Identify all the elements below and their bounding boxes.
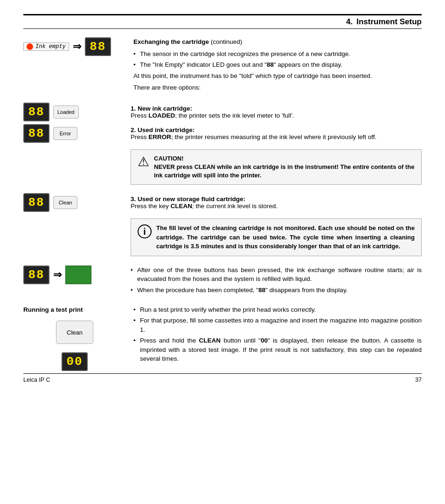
caution-body: NEVER press CLEAN while an ink cartridge… (154, 163, 415, 180)
main-content: Ink empty ⇒ 88 Exchanging the cartridge … (23, 37, 422, 374)
bullet-item-2: The "Ink Empty" indicator LED goes out a… (133, 60, 422, 70)
test-00-wrap: 00 (23, 352, 126, 371)
option3-img: 88 Clean (23, 193, 126, 212)
option1-img: 88 Loaded (23, 103, 126, 121)
caution-text-block: CAUTION! NEVER press CLEAN while an ink … (154, 154, 415, 180)
after-options-row: 88 ⇒ After one of the three buttons has … (23, 266, 422, 297)
test-clean-btn-wrap: Clean (23, 321, 126, 344)
option1-row: 88 Loaded 1. New ink cartridge: Press LO… (23, 103, 422, 121)
error-button[interactable]: Error (53, 127, 77, 140)
option2-img: 88 Error (23, 124, 126, 143)
arrow-icon: ⇒ (73, 41, 81, 53)
section-title-continued: (continued) (211, 38, 243, 45)
00-bold: 00 (261, 337, 268, 344)
intro-para-1: At this point, the instrument has to be … (133, 71, 422, 81)
page-header: 4. Instrument Setup (23, 14, 422, 29)
header-title: Instrument Setup (356, 17, 422, 27)
info-wrapper: i The fill level of the cleaning cartrid… (131, 215, 422, 260)
after-arrow: ⇒ (53, 269, 62, 281)
clean-button-option3[interactable]: Clean (53, 196, 77, 209)
clean-bold: CLEAN (199, 337, 221, 344)
after-bullet-list: After one of the three buttons has been … (131, 266, 422, 295)
option3-seg: 88 (23, 193, 49, 212)
section-title-line: Exchanging the cartridge (continued) (133, 37, 422, 47)
page: 4. Instrument Setup Ink empty ⇒ 88 (0, 0, 445, 392)
test-bullet-3: Press and hold the CLEAN button until "0… (133, 336, 422, 364)
bullet-item-1: The sensor in the cartridge slot recogni… (133, 49, 422, 59)
test-bullet-list: Run a test print to verify whether the p… (133, 305, 422, 364)
test-right-col: Run a test print to verify whether the p… (133, 305, 422, 371)
after-seg-88: 88 (23, 266, 49, 284)
option3-text: 3. Used or new storage fluid cartridge: … (131, 196, 422, 210)
bold-88-2: 88 (258, 287, 265, 294)
green-block (65, 266, 91, 284)
caution-title: CAUTION! (154, 154, 415, 163)
option1-seg: 88 (23, 103, 49, 121)
section-title-bold: Exchanging the cartridge (133, 38, 209, 45)
info-icon: i (138, 224, 152, 238)
seg-display-88: 88 (85, 37, 111, 56)
option1-text: 1. New ink cartridge: Press LOADED; the … (131, 105, 422, 119)
loaded-button[interactable]: Loaded (53, 105, 79, 119)
after-options-img: 88 ⇒ (23, 266, 126, 284)
info-text-block: The fill level of the cleaning cartridge… (156, 224, 415, 251)
footer-right: 37 (415, 377, 422, 383)
clean-button-test[interactable]: Clean (56, 321, 93, 344)
ink-empty-text: Ink empty (35, 43, 66, 50)
after-bullet-1: After one of the three buttons has been … (131, 266, 422, 284)
info-box: i The fill level of the cleaning cartrid… (131, 218, 422, 256)
option3-row: 88 Clean 3. Used or new storage fluid ca… (23, 193, 422, 212)
intro-bullets: Exchanging the cartridge (continued) The… (133, 37, 422, 95)
seg-display-00: 00 (62, 352, 88, 371)
intro-bullet-list: The sensor in the cartridge slot recogni… (133, 49, 422, 70)
test-section-title: Running a test print (23, 305, 126, 315)
test-bullet-2: For that purpose, fill some cassettes in… (133, 316, 422, 334)
section-number: 4. (346, 17, 353, 27)
option2-text: 2. Used ink cartridge: Press ERROR; the … (131, 126, 422, 140)
page-footer: Leica IP C 37 (23, 373, 422, 383)
footer-left: Leica IP C (23, 377, 50, 383)
bold-88: 88 (267, 61, 274, 68)
caution-box: ⚠ CAUTION! NEVER press CLEAN while an in… (131, 149, 422, 185)
test-left-col: Running a test print Clean 00 (23, 305, 126, 371)
caution-wrapper: ⚠ CAUTION! NEVER press CLEAN while an in… (131, 146, 422, 189)
caution-icon: ⚠ (138, 155, 149, 168)
option2-row: 88 Error 2. Used ink cartridge: Press ER… (23, 124, 422, 143)
exchanging-section: Ink empty ⇒ 88 Exchanging the cartridge … (23, 37, 422, 98)
test-section: Running a test print Clean 00 Run a test… (23, 305, 422, 374)
left-images: Ink empty ⇒ 88 (23, 37, 126, 95)
intro-para-2: There are three options: (133, 83, 422, 92)
test-bullet-1: Run a test print to verify whether the p… (133, 305, 422, 315)
after-options-text: After one of the three buttons has been … (131, 266, 422, 297)
ink-empty-label: Ink empty (23, 42, 69, 51)
option2-seg: 88 (23, 124, 49, 143)
led-dot (27, 43, 33, 50)
ink-empty-row: Ink empty ⇒ 88 (23, 37, 126, 56)
exchange-top-row: Ink empty ⇒ 88 Exchanging the cartridge … (23, 37, 422, 95)
after-bullet-2: When the procedure has been completed, "… (131, 286, 422, 295)
test-two-col: Running a test print Clean 00 Run a test… (23, 305, 422, 371)
